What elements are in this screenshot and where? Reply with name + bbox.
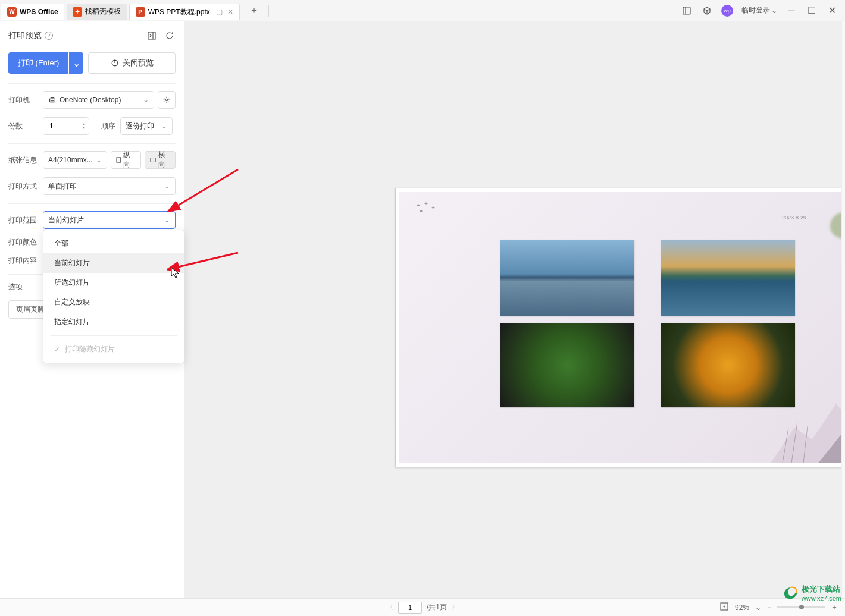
copies-label: 份数 bbox=[8, 121, 43, 131]
fit-page-icon[interactable] bbox=[719, 602, 729, 613]
app-name: WPS Office bbox=[20, 8, 58, 16]
next-page-button[interactable]: 〉 bbox=[452, 602, 459, 612]
printer-select[interactable]: OneNote (Desktop) ⌄ bbox=[43, 91, 154, 109]
range-label: 打印范围 bbox=[8, 215, 43, 225]
mode-label: 打印方式 bbox=[8, 181, 43, 191]
portrait-button[interactable]: 纵向 bbox=[111, 151, 141, 169]
template-icon: ✦ bbox=[73, 7, 82, 17]
preview-area: 2023-8-29 bbox=[184, 21, 845, 598]
vertical-ruler bbox=[841, 21, 845, 598]
printer-settings-button[interactable] bbox=[158, 91, 176, 109]
svg-point-19 bbox=[724, 606, 725, 607]
color-label: 打印颜色 bbox=[8, 237, 43, 247]
dropdown-item-all[interactable]: 全部 bbox=[43, 234, 184, 253]
range-select[interactable]: 当前幻灯片 ⌄ bbox=[43, 211, 176, 229]
range-dropdown: 全部 当前幻灯片 所选幻灯片 自定义放映 指定幻灯片 ✓ 打印隐藏幻灯片 bbox=[43, 230, 184, 363]
svg-rect-11 bbox=[150, 158, 155, 162]
cube-icon[interactable] bbox=[701, 5, 713, 17]
login-button[interactable]: 临时登录⌄ bbox=[741, 5, 777, 15]
printer-label: 打印机 bbox=[8, 95, 43, 105]
close-tab-icon[interactable]: ✕ bbox=[227, 8, 233, 16]
mountain-decoration bbox=[771, 392, 845, 463]
minimize-button[interactable]: ─ bbox=[785, 5, 797, 17]
power-icon bbox=[111, 59, 119, 67]
svg-point-9 bbox=[165, 99, 168, 101]
order-select[interactable]: 逐份打印 ⌄ bbox=[120, 117, 173, 135]
svg-rect-2 bbox=[148, 32, 155, 39]
portrait-icon bbox=[116, 156, 121, 164]
file-tab[interactable]: P WPS PPT教程.pptx ▢ ✕ bbox=[129, 4, 240, 20]
watermark-logo bbox=[781, 584, 799, 602]
prev-page-button[interactable]: 〈 bbox=[386, 602, 393, 612]
slide-date: 2023-8-29 bbox=[782, 215, 806, 221]
page-input[interactable] bbox=[398, 602, 422, 614]
order-label: 顺序 bbox=[101, 121, 115, 131]
mode-select[interactable]: 单面打印 ⌄ bbox=[43, 177, 176, 195]
panel-icon[interactable] bbox=[681, 5, 693, 17]
zoom-value: 92% bbox=[735, 604, 749, 612]
zoom-in-button[interactable]: ＋ bbox=[831, 602, 838, 612]
watermark: 极光下载站 www.xz7.com bbox=[781, 584, 841, 602]
template-tab-label: 找稻壳模板 bbox=[85, 7, 121, 17]
titlebar: W WPS Office ✦ 找稻壳模板 P WPS PPT教程.pptx ▢ … bbox=[0, 0, 845, 21]
add-tab-button[interactable]: ＋ bbox=[246, 4, 262, 17]
sidebar-title: 打印预览 ? bbox=[8, 30, 53, 41]
gear-icon bbox=[162, 96, 171, 104]
slide-image-1 bbox=[500, 240, 634, 316]
svg-rect-10 bbox=[117, 158, 121, 162]
slide-image-2 bbox=[661, 240, 795, 316]
dropdown-item-custom[interactable]: 自定义放映 bbox=[43, 293, 184, 312]
paper-select[interactable]: A4(210mmx... ⌄ bbox=[43, 151, 107, 169]
help-icon[interactable]: ? bbox=[45, 32, 53, 40]
chevron-down-icon: ⌄ bbox=[161, 122, 167, 130]
presentation-mode-icon[interactable]: ▢ bbox=[216, 8, 223, 16]
zoom-out-button[interactable]: − bbox=[767, 604, 771, 612]
options-label: 选项 bbox=[8, 282, 32, 292]
checkmark-icon: ✓ bbox=[54, 345, 60, 354]
content-label: 打印内容 bbox=[8, 256, 43, 266]
dropdown-item-selected[interactable]: 所选幻灯片 bbox=[43, 273, 184, 293]
chevron-down-icon: ⌄ bbox=[164, 216, 170, 224]
copies-input[interactable]: 1 ▴▾ bbox=[43, 117, 89, 135]
spin-down-icon[interactable]: ▾ bbox=[83, 126, 85, 130]
statusbar: 〈 /共1页 〉 92% ⌄ − ＋ bbox=[0, 598, 845, 616]
ppt-icon: P bbox=[136, 7, 145, 17]
chevron-down-icon: ⌄ bbox=[143, 96, 149, 104]
landscape-button[interactable]: 横向 bbox=[145, 151, 176, 169]
slide-content: 2023-8-29 bbox=[399, 192, 845, 463]
refresh-icon[interactable] bbox=[164, 30, 176, 42]
maximize-button[interactable]: ☐ bbox=[806, 5, 818, 17]
close-preview-button[interactable]: 关闭预览 bbox=[88, 52, 176, 74]
dropdown-item-specific[interactable]: 指定幻灯片 bbox=[43, 312, 184, 332]
paper-label: 纸张信息 bbox=[8, 155, 43, 165]
print-dropdown-button[interactable]: ⌄ bbox=[69, 52, 83, 74]
page-total: /共1页 bbox=[427, 602, 447, 612]
mouse-cursor bbox=[170, 266, 181, 279]
print-button[interactable]: 打印 (Enter) ⌄ bbox=[8, 52, 83, 74]
zoom-slider[interactable] bbox=[777, 606, 825, 608]
app-tab[interactable]: W WPS Office bbox=[1, 4, 64, 20]
page-preview: 2023-8-29 bbox=[395, 188, 845, 467]
close-window-button[interactable]: ✕ bbox=[826, 5, 838, 17]
tab-separator: │ bbox=[266, 5, 272, 16]
chevron-down-icon: ⌄ bbox=[96, 156, 102, 164]
svg-rect-18 bbox=[721, 603, 728, 610]
zoom-dropdown-icon[interactable]: ⌄ bbox=[755, 604, 761, 612]
svg-rect-0 bbox=[683, 7, 690, 14]
landscape-icon bbox=[150, 157, 156, 163]
collapse-icon[interactable] bbox=[146, 30, 158, 42]
slide-image-3 bbox=[500, 323, 634, 407]
chevron-down-icon: ⌄ bbox=[164, 182, 170, 190]
printer-icon bbox=[48, 96, 57, 104]
dropdown-item-hidden: ✓ 打印隐藏幻灯片 bbox=[43, 340, 184, 359]
template-tab[interactable]: ✦ 找稻壳模板 bbox=[67, 4, 127, 20]
wps-icon: W bbox=[7, 7, 17, 17]
avatar[interactable]: wp bbox=[721, 5, 733, 17]
chevron-down-icon: ⌄ bbox=[771, 7, 777, 15]
file-tab-label: WPS PPT教程.pptx bbox=[148, 7, 210, 17]
svg-rect-7 bbox=[51, 98, 54, 99]
dropdown-item-current[interactable]: 当前幻灯片 bbox=[43, 253, 184, 273]
birds-decoration bbox=[414, 200, 449, 218]
